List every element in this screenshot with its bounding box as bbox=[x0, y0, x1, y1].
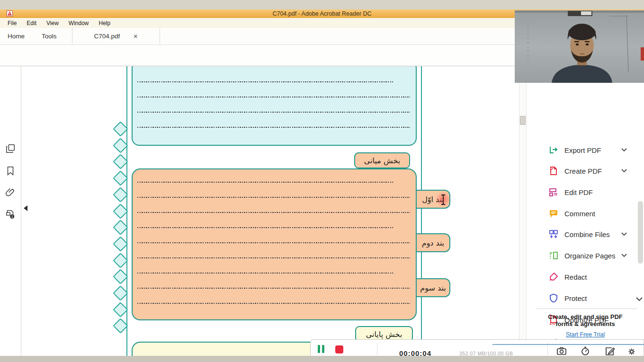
document-info-icon[interactable] bbox=[5, 209, 16, 220]
label-clause-2: بند دوم bbox=[416, 233, 450, 252]
edit-pdf-icon bbox=[548, 187, 559, 197]
diamond-marker bbox=[113, 253, 128, 268]
settings-gear-icon[interactable] bbox=[626, 346, 637, 356]
tool-edit-pdf[interactable]: Edit PDF bbox=[527, 182, 644, 203]
tool-label: Protect bbox=[564, 294, 587, 302]
stop-recording-icon[interactable] bbox=[335, 345, 343, 353]
screen-recorder-bar: 00:00:04 352.07 MB/100.00 GB bbox=[310, 339, 644, 356]
tab-tools[interactable]: Tools bbox=[42, 33, 57, 40]
panel-expand-chevron-icon[interactable] bbox=[636, 297, 643, 301]
label-clause-3: بند سوم bbox=[416, 278, 450, 297]
redact-icon bbox=[548, 272, 559, 282]
diamond-marker bbox=[113, 269, 128, 285]
dotted-writing-line bbox=[137, 227, 393, 228]
panel-scrollbar-thumb[interactable] bbox=[638, 201, 643, 264]
menu-view[interactable]: View bbox=[46, 20, 59, 26]
menu-edit[interactable]: Edit bbox=[27, 20, 36, 26]
dotted-writing-line bbox=[137, 288, 410, 289]
menu-help[interactable]: Help bbox=[99, 20, 111, 26]
tab-home[interactable]: Home bbox=[8, 33, 25, 40]
promo-line-1: Create, edit and sign PDF bbox=[527, 313, 644, 320]
label-middle-section: بخش میانی bbox=[354, 152, 410, 168]
tool-organize-pages[interactable]: Organize Pages bbox=[527, 245, 644, 266]
organize-pages-icon bbox=[548, 250, 559, 261]
close-tab-icon[interactable]: ✕ bbox=[133, 33, 138, 40]
diamond-marker bbox=[113, 285, 128, 301]
tool-protect[interactable]: Protect bbox=[527, 288, 644, 309]
dotted-writing-line bbox=[137, 242, 410, 243]
bookmarks-icon[interactable] bbox=[5, 166, 16, 176]
tool-label: Edit PDF bbox=[564, 188, 593, 196]
recording-meta: 352.07 MB/100.00 GB bbox=[459, 351, 513, 356]
dotted-writing-line bbox=[137, 257, 410, 258]
diamond-marker bbox=[113, 170, 128, 186]
start-free-trial-link[interactable]: Start Free Trial bbox=[527, 331, 644, 338]
tool-label: Comment bbox=[564, 210, 595, 218]
diamond-marker bbox=[113, 302, 128, 318]
dotted-writing-line bbox=[137, 273, 393, 274]
left-navigation-rail bbox=[0, 66, 21, 356]
diamond-marker bbox=[113, 121, 128, 137]
document-scrollbar[interactable] bbox=[519, 66, 527, 356]
diamond-marker bbox=[113, 318, 128, 334]
webcam-overlay bbox=[515, 10, 644, 83]
text-cursor-ibeam bbox=[440, 194, 446, 205]
diagram-right-connector-line bbox=[421, 66, 422, 356]
diamond-marker bbox=[113, 187, 128, 203]
dotted-writing-line bbox=[137, 127, 410, 128]
diagram-top-box bbox=[132, 66, 417, 146]
dotted-writing-line bbox=[137, 112, 410, 113]
chevron-down-icon bbox=[621, 148, 627, 152]
diamond-marker bbox=[113, 236, 128, 252]
export-pdf-icon bbox=[548, 145, 559, 155]
window-bottom-edge bbox=[492, 344, 644, 345]
dotted-writing-line bbox=[137, 97, 410, 97]
tool-combine-files[interactable]: Combine Files bbox=[527, 224, 644, 245]
tool-create-pdf[interactable]: Create PDF bbox=[527, 160, 644, 181]
chevron-down-icon bbox=[621, 254, 627, 257]
timer-icon[interactable] bbox=[580, 346, 590, 356]
screenshot-camera-icon[interactable] bbox=[556, 346, 567, 356]
dotted-writing-line bbox=[137, 81, 393, 82]
diamond-marker bbox=[113, 220, 128, 235]
screen-top-strip bbox=[0, 0, 644, 9]
tab-document-label: C704.pdf bbox=[94, 33, 120, 40]
dotted-writing-line bbox=[137, 197, 410, 198]
document-scrollbar-thumb[interactable] bbox=[520, 116, 526, 125]
recorder-divider bbox=[377, 343, 377, 355]
panel-separator bbox=[536, 309, 637, 309]
combine-files-icon bbox=[548, 229, 559, 239]
dotted-writing-line bbox=[137, 212, 410, 213]
acrobat-app-icon bbox=[7, 10, 13, 17]
webcam-scene bbox=[515, 10, 644, 83]
screen-bottom-strip bbox=[0, 356, 644, 362]
panel-promo-text: Create, edit and sign PDF forms & agreem… bbox=[527, 313, 644, 327]
create-pdf-icon bbox=[548, 166, 559, 176]
comment-icon bbox=[548, 208, 559, 219]
tool-label: Create PDF bbox=[564, 167, 602, 175]
page-thumbnails-icon[interactable] bbox=[5, 143, 16, 154]
tool-label: Export PDF bbox=[564, 146, 601, 154]
dotted-writing-line bbox=[137, 303, 410, 304]
tool-label: Redact bbox=[564, 273, 587, 281]
dotted-writing-line bbox=[137, 182, 393, 183]
menu-file[interactable]: File bbox=[8, 20, 17, 26]
attachments-icon[interactable] bbox=[5, 187, 16, 197]
diamond-marker bbox=[113, 138, 128, 153]
draw-annotate-icon[interactable] bbox=[605, 346, 615, 356]
tab-document[interactable]: C704.pdf ✕ bbox=[72, 28, 160, 44]
diamond-marker bbox=[113, 203, 128, 219]
tool-label: Organize Pages bbox=[564, 252, 616, 260]
collapse-left-panel-icon[interactable] bbox=[24, 205, 27, 211]
recording-time: 00:00:04 bbox=[399, 349, 431, 356]
diamond-marker bbox=[113, 154, 128, 170]
tool-redact[interactable]: Redact bbox=[527, 266, 644, 287]
protect-icon bbox=[548, 293, 559, 303]
tool-comment[interactable]: Comment bbox=[527, 203, 644, 224]
tool-export-pdf[interactable]: Export PDF bbox=[527, 140, 644, 160]
pause-recording-icon[interactable] bbox=[317, 345, 325, 353]
menu-window[interactable]: Window bbox=[69, 20, 89, 26]
promo-line-2: forms & agreements bbox=[527, 320, 644, 327]
chevron-down-icon bbox=[621, 232, 627, 236]
diagram-middle-box bbox=[132, 168, 417, 320]
